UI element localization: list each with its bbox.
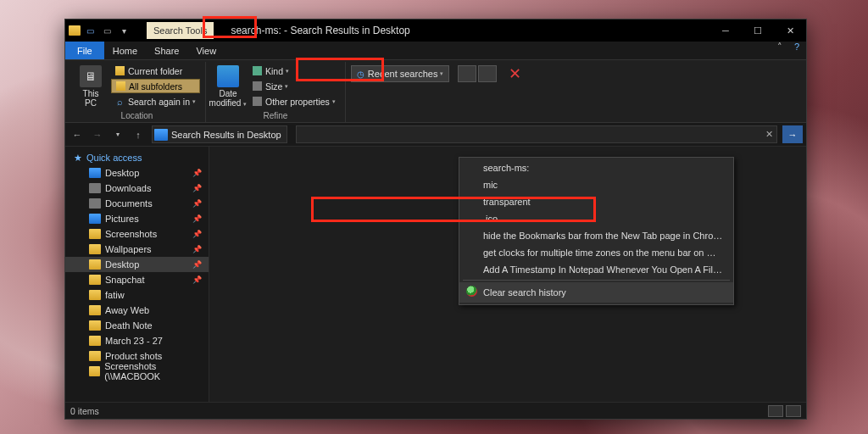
ribbon-collapse-icon[interactable]: ˄ bbox=[772, 42, 787, 59]
folder-icon bbox=[89, 183, 101, 193]
recent-search-item[interactable]: transparent bbox=[459, 193, 733, 210]
folder-icon bbox=[89, 351, 101, 361]
recent-search-item[interactable]: Add A Timestamp In Notepad Whenever You … bbox=[459, 261, 733, 278]
pin-icon: 📌 bbox=[192, 184, 202, 192]
sidebar-item-label: Snapchat bbox=[105, 275, 144, 285]
pin-icon: 📌 bbox=[192, 169, 202, 177]
folder-icon bbox=[89, 275, 101, 285]
sidebar-item[interactable]: Desktop📌 bbox=[65, 165, 209, 181]
sidebar-item[interactable]: March 23 - 27 bbox=[65, 333, 209, 348]
thumbnails-view-button[interactable] bbox=[786, 405, 801, 417]
sidebar-item-label: Pictures bbox=[105, 214, 139, 224]
sidebar-item-label: Product shots bbox=[105, 351, 162, 361]
sidebar-item-label: Wallpapers bbox=[105, 244, 152, 254]
sidebar-item[interactable]: Screenshots (\\MACBOOK bbox=[65, 364, 209, 379]
close-button[interactable]: ✕ bbox=[774, 19, 806, 42]
tab-file[interactable]: File bbox=[65, 42, 104, 59]
sidebar-item[interactable]: Screenshots📌 bbox=[65, 226, 209, 242]
search-again-in-button[interactable]: ⌕Search again in bbox=[111, 94, 200, 108]
qat-properties-icon[interactable]: ▭ bbox=[82, 23, 97, 38]
sidebar-item-label: Documents bbox=[105, 198, 153, 209]
size-icon bbox=[253, 81, 262, 91]
clear-search-icon[interactable]: ✕ bbox=[765, 129, 773, 140]
up-button[interactable]: ↑ bbox=[130, 126, 147, 143]
sidebar-item[interactable]: Desktop📌 bbox=[65, 257, 209, 272]
recent-searches-button[interactable]: ◷ Recent searches bbox=[351, 65, 450, 82]
search-location-icon bbox=[154, 129, 168, 141]
other-properties-button[interactable]: Other properties bbox=[248, 94, 340, 108]
folder-icon bbox=[89, 244, 101, 254]
history-icon: ◷ bbox=[357, 70, 364, 79]
tab-share[interactable]: Share bbox=[146, 42, 187, 59]
minimize-button[interactable]: ─ bbox=[709, 19, 742, 42]
pin-icon: 📌 bbox=[192, 275, 202, 284]
sidebar-item[interactable]: fatiw bbox=[65, 287, 209, 303]
star-icon: ★ bbox=[74, 153, 82, 164]
sidebar-item-label: Desktop bbox=[105, 259, 139, 270]
folder-icon bbox=[89, 259, 101, 270]
qat-dropdown-icon[interactable]: ▾ bbox=[116, 23, 131, 38]
search-go-button[interactable]: → bbox=[782, 125, 803, 143]
status-bar: 0 items bbox=[65, 402, 806, 419]
explorer-app-icon bbox=[69, 25, 81, 36]
tab-view[interactable]: View bbox=[187, 42, 225, 59]
save-search-button[interactable] bbox=[478, 65, 497, 82]
folder-icon bbox=[89, 290, 101, 300]
back-button[interactable]: ← bbox=[69, 126, 86, 143]
kind-icon bbox=[253, 66, 262, 75]
recent-search-item[interactable]: .ico bbox=[459, 210, 733, 227]
recent-search-item[interactable]: mic bbox=[459, 176, 733, 193]
sidebar-item[interactable]: Pictures📌 bbox=[65, 211, 209, 226]
properties-icon bbox=[253, 97, 262, 106]
calendar-icon bbox=[217, 65, 239, 87]
details-view-button[interactable] bbox=[768, 405, 783, 417]
help-icon[interactable]: ? bbox=[787, 42, 806, 59]
this-pc-button[interactable]: 🖥 This PC bbox=[74, 64, 108, 110]
navigation-pane: ★ Quick access Desktop📌Downloads📌Documen… bbox=[65, 147, 209, 402]
close-search-button[interactable]: ✕ bbox=[509, 65, 521, 82]
search-box[interactable]: ✕ bbox=[296, 125, 777, 143]
all-subfolders-option[interactable]: All subfolders bbox=[111, 79, 200, 93]
search-icon: ⌕ bbox=[115, 97, 125, 106]
recent-search-item[interactable]: hide the Bookmarks bar from the New Tab … bbox=[459, 227, 733, 244]
recent-locations-button[interactable]: ▾ bbox=[109, 126, 126, 143]
sidebar-item[interactable]: Away Web bbox=[65, 303, 209, 318]
quick-access[interactable]: ★ Quick access bbox=[65, 150, 209, 165]
date-modified-button[interactable]: Date modified bbox=[211, 64, 245, 110]
recent-search-item[interactable]: get clocks for multiple time zones on th… bbox=[459, 244, 733, 261]
sidebar-item-label: Away Web bbox=[105, 305, 149, 315]
item-count: 0 items bbox=[70, 406, 99, 416]
menu-separator bbox=[463, 280, 730, 281]
address-bar: ← → ▾ ↑ Search Results in Desktop ✕ → bbox=[65, 123, 806, 147]
ribbon-tabs: File Home Share View ˄ ? bbox=[65, 42, 806, 60]
sidebar-item[interactable]: Death Note bbox=[65, 318, 209, 333]
recent-search-item[interactable]: search-ms: bbox=[459, 159, 733, 176]
pin-icon: 📌 bbox=[192, 199, 202, 208]
advanced-options-button[interactable] bbox=[458, 65, 476, 82]
current-folder-option[interactable]: Current folder bbox=[111, 64, 200, 78]
context-tab-search-tools[interactable]: Search Tools bbox=[147, 22, 214, 39]
folder-icon bbox=[89, 336, 101, 346]
clear-search-history[interactable]: Clear search history bbox=[459, 282, 733, 303]
tab-home[interactable]: Home bbox=[104, 42, 146, 59]
pin-icon: 📌 bbox=[192, 214, 202, 223]
breadcrumb[interactable]: Search Results in Desktop bbox=[152, 125, 287, 143]
folders-icon bbox=[116, 81, 125, 91]
pin-icon: 📌 bbox=[192, 260, 202, 269]
sidebar-item[interactable]: Documents📌 bbox=[65, 196, 209, 211]
folder-icon bbox=[89, 366, 100, 376]
size-button[interactable]: Size bbox=[248, 79, 340, 93]
sidebar-item[interactable]: Wallpapers📌 bbox=[65, 242, 209, 257]
sidebar-item-label: Screenshots bbox=[105, 229, 157, 239]
sidebar-item-label: Desktop bbox=[105, 168, 139, 178]
file-explorer-window: ▭ ▭ ▾ Search Tools search-ms: - Search R… bbox=[64, 19, 807, 420]
sidebar-item-label: Downloads bbox=[105, 183, 151, 193]
qat-newfolder-icon[interactable]: ▭ bbox=[99, 23, 114, 38]
sidebar-item[interactable]: Downloads📌 bbox=[65, 181, 209, 196]
folder-icon bbox=[89, 214, 101, 224]
pin-icon: 📌 bbox=[192, 230, 202, 238]
maximize-button[interactable]: ☐ bbox=[742, 19, 774, 42]
sidebar-item[interactable]: Snapchat📌 bbox=[65, 272, 209, 287]
kind-button[interactable]: Kind bbox=[248, 64, 340, 78]
forward-button[interactable]: → bbox=[89, 126, 106, 143]
